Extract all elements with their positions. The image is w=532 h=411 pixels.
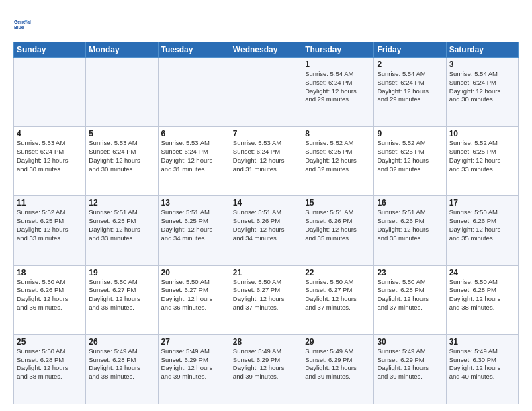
calendar-cell: 21Sunrise: 5:50 AM Sunset: 6:27 PM Dayli…	[230, 265, 302, 334]
calendar-cell	[230, 58, 302, 127]
calendar-cell: 20Sunrise: 5:50 AM Sunset: 6:27 PM Dayli…	[158, 265, 230, 334]
calendar-cell: 12Sunrise: 5:51 AM Sunset: 6:25 PM Dayli…	[86, 196, 158, 265]
calendar-header: SundayMondayTuesdayWednesdayThursdayFrid…	[14, 42, 519, 58]
calendar-week-2: 4Sunrise: 5:53 AM Sunset: 6:24 PM Daylig…	[14, 127, 519, 196]
calendar-cell: 9Sunrise: 5:52 AM Sunset: 6:25 PM Daylig…	[374, 127, 446, 196]
weekday-header-monday: Monday	[86, 42, 158, 58]
day-info: Sunrise: 5:52 AM Sunset: 6:25 PM Dayligh…	[305, 139, 371, 173]
day-info: Sunrise: 5:51 AM Sunset: 6:26 PM Dayligh…	[233, 208, 299, 242]
calendar-cell	[158, 58, 230, 127]
calendar-week-5: 25Sunrise: 5:50 AM Sunset: 6:28 PM Dayli…	[14, 334, 519, 404]
day-info: Sunrise: 5:50 AM Sunset: 6:28 PM Dayligh…	[377, 278, 443, 312]
calendar-cell: 28Sunrise: 5:49 AM Sunset: 6:29 PM Dayli…	[230, 334, 302, 404]
day-number: 8	[305, 129, 371, 138]
day-number: 23	[377, 268, 443, 277]
day-number: 17	[449, 198, 515, 208]
day-info: Sunrise: 5:50 AM Sunset: 6:27 PM Dayligh…	[161, 278, 227, 312]
calendar-body: 1Sunrise: 5:54 AM Sunset: 6:24 PM Daylig…	[14, 58, 519, 404]
calendar-cell: 24Sunrise: 5:50 AM Sunset: 6:28 PM Dayli…	[446, 265, 518, 334]
weekday-header-sunday: Sunday	[14, 42, 86, 58]
day-number: 24	[449, 268, 515, 277]
day-info: Sunrise: 5:52 AM Sunset: 6:25 PM Dayligh…	[17, 208, 83, 242]
day-info: Sunrise: 5:49 AM Sunset: 6:29 PM Dayligh…	[305, 347, 371, 381]
day-number: 26	[89, 337, 154, 347]
day-number: 27	[161, 337, 227, 347]
day-number: 2	[377, 60, 443, 69]
day-info: Sunrise: 5:54 AM Sunset: 6:24 PM Dayligh…	[449, 70, 515, 104]
day-info: Sunrise: 5:50 AM Sunset: 6:27 PM Dayligh…	[305, 278, 371, 312]
day-info: Sunrise: 5:53 AM Sunset: 6:24 PM Dayligh…	[233, 139, 299, 173]
weekday-row: SundayMondayTuesdayWednesdayThursdayFrid…	[14, 42, 519, 58]
day-number: 19	[89, 268, 154, 277]
day-number: 14	[233, 198, 299, 208]
day-number: 28	[233, 337, 299, 347]
day-number: 25	[17, 337, 83, 347]
calendar-cell	[86, 58, 158, 127]
calendar-cell: 13Sunrise: 5:51 AM Sunset: 6:25 PM Dayli…	[158, 196, 230, 265]
day-number: 18	[17, 268, 83, 277]
day-info: Sunrise: 5:51 AM Sunset: 6:25 PM Dayligh…	[161, 208, 227, 242]
calendar-cell: 23Sunrise: 5:50 AM Sunset: 6:28 PM Dayli…	[374, 265, 446, 334]
day-number: 7	[233, 129, 299, 138]
calendar-cell: 10Sunrise: 5:52 AM Sunset: 6:25 PM Dayli…	[446, 127, 518, 196]
calendar-cell: 30Sunrise: 5:49 AM Sunset: 6:29 PM Dayli…	[374, 334, 446, 404]
day-number: 4	[17, 129, 83, 138]
calendar-cell: 31Sunrise: 5:49 AM Sunset: 6:30 PM Dayli…	[446, 334, 518, 404]
day-info: Sunrise: 5:49 AM Sunset: 6:29 PM Dayligh…	[233, 347, 299, 381]
day-number: 11	[17, 198, 83, 208]
day-number: 1	[305, 60, 371, 69]
day-info: Sunrise: 5:53 AM Sunset: 6:24 PM Dayligh…	[161, 139, 227, 173]
calendar-cell: 17Sunrise: 5:50 AM Sunset: 6:26 PM Dayli…	[446, 196, 518, 265]
calendar-cell: 4Sunrise: 5:53 AM Sunset: 6:24 PM Daylig…	[14, 127, 86, 196]
calendar-cell: 16Sunrise: 5:51 AM Sunset: 6:26 PM Dayli…	[374, 196, 446, 265]
day-number: 9	[377, 129, 443, 138]
weekday-header-saturday: Saturday	[446, 42, 518, 58]
calendar-table: SundayMondayTuesdayWednesdayThursdayFrid…	[13, 42, 519, 404]
day-info: Sunrise: 5:50 AM Sunset: 6:26 PM Dayligh…	[449, 208, 515, 242]
calendar-cell: 1Sunrise: 5:54 AM Sunset: 6:24 PM Daylig…	[302, 58, 374, 127]
logo: General Blue	[13, 12, 38, 36]
day-info: Sunrise: 5:51 AM Sunset: 6:25 PM Dayligh…	[89, 208, 154, 242]
page: General Blue SundayMondayTuesdayWednesda…	[0, 0, 532, 411]
day-info: Sunrise: 5:51 AM Sunset: 6:26 PM Dayligh…	[305, 208, 371, 242]
day-number: 31	[449, 337, 515, 347]
calendar-cell: 3Sunrise: 5:54 AM Sunset: 6:24 PM Daylig…	[446, 58, 518, 127]
day-number: 13	[161, 198, 227, 208]
calendar-cell: 26Sunrise: 5:49 AM Sunset: 6:28 PM Dayli…	[86, 334, 158, 404]
calendar-cell: 8Sunrise: 5:52 AM Sunset: 6:25 PM Daylig…	[302, 127, 374, 196]
header: General Blue	[13, 12, 519, 36]
day-number: 5	[89, 129, 154, 138]
day-number: 22	[305, 268, 371, 277]
weekday-header-tuesday: Tuesday	[158, 42, 230, 58]
day-info: Sunrise: 5:53 AM Sunset: 6:24 PM Dayligh…	[17, 139, 83, 173]
calendar-cell: 2Sunrise: 5:54 AM Sunset: 6:24 PM Daylig…	[374, 58, 446, 127]
calendar-cell	[14, 58, 86, 127]
calendar-week-3: 11Sunrise: 5:52 AM Sunset: 6:25 PM Dayli…	[14, 196, 519, 265]
day-number: 3	[449, 60, 515, 69]
day-info: Sunrise: 5:50 AM Sunset: 6:28 PM Dayligh…	[17, 347, 83, 381]
day-info: Sunrise: 5:50 AM Sunset: 6:27 PM Dayligh…	[89, 278, 154, 312]
calendar-cell: 27Sunrise: 5:49 AM Sunset: 6:29 PM Dayli…	[158, 334, 230, 404]
day-info: Sunrise: 5:50 AM Sunset: 6:27 PM Dayligh…	[233, 278, 299, 312]
day-info: Sunrise: 5:52 AM Sunset: 6:25 PM Dayligh…	[377, 139, 443, 173]
day-info: Sunrise: 5:54 AM Sunset: 6:24 PM Dayligh…	[305, 70, 371, 104]
day-info: Sunrise: 5:52 AM Sunset: 6:25 PM Dayligh…	[449, 139, 515, 173]
calendar-cell: 14Sunrise: 5:51 AM Sunset: 6:26 PM Dayli…	[230, 196, 302, 265]
calendar-week-1: 1Sunrise: 5:54 AM Sunset: 6:24 PM Daylig…	[14, 58, 519, 127]
weekday-header-wednesday: Wednesday	[230, 42, 302, 58]
calendar-cell: 7Sunrise: 5:53 AM Sunset: 6:24 PM Daylig…	[230, 127, 302, 196]
day-number: 30	[377, 337, 443, 347]
calendar-cell: 29Sunrise: 5:49 AM Sunset: 6:29 PM Dayli…	[302, 334, 374, 404]
day-number: 16	[377, 198, 443, 208]
day-number: 15	[305, 198, 371, 208]
calendar-cell: 6Sunrise: 5:53 AM Sunset: 6:24 PM Daylig…	[158, 127, 230, 196]
calendar-cell: 25Sunrise: 5:50 AM Sunset: 6:28 PM Dayli…	[14, 334, 86, 404]
day-info: Sunrise: 5:53 AM Sunset: 6:24 PM Dayligh…	[89, 139, 154, 173]
logo-icon: General Blue	[13, 12, 38, 36]
day-info: Sunrise: 5:49 AM Sunset: 6:29 PM Dayligh…	[161, 347, 227, 381]
day-number: 6	[161, 129, 227, 138]
svg-text:Blue: Blue	[14, 25, 24, 30]
day-info: Sunrise: 5:49 AM Sunset: 6:30 PM Dayligh…	[449, 347, 515, 381]
day-info: Sunrise: 5:49 AM Sunset: 6:29 PM Dayligh…	[377, 347, 443, 381]
calendar-cell: 19Sunrise: 5:50 AM Sunset: 6:27 PM Dayli…	[86, 265, 158, 334]
